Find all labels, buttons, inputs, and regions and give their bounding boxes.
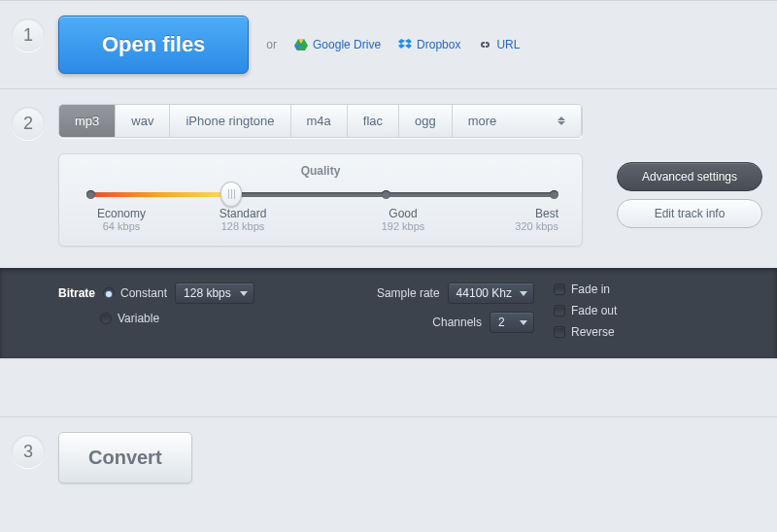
bitrate-label: Bitrate — [58, 286, 95, 300]
step-1-section: 1 Open files or Google Drive Dropbox URL — [0, 0, 777, 88]
link-icon — [478, 39, 491, 50]
step-badge-3: 3 — [12, 435, 45, 468]
step-2-section: 2 mp3 wav iPhone ringtone m4a flac ogg m… — [0, 88, 777, 268]
fade-in-label: Fade in — [571, 283, 610, 296]
quality-panel: Quality Economy64 kbps Standard128 kbps … — [58, 153, 583, 247]
bitrate-constant-label: Constant — [120, 286, 167, 300]
format-tabs: mp3 wav iPhone ringtone m4a flac ogg mor… — [58, 104, 583, 138]
url-link[interactable]: URL — [478, 38, 520, 51]
quality-label-best: Best — [481, 207, 558, 220]
bitrate-value: 128 kbps — [184, 286, 231, 300]
bitrate-variable-label: Variable — [118, 312, 159, 325]
advanced-settings-button[interactable]: Advanced settings — [617, 162, 762, 191]
fade-out-label: Fade out — [571, 304, 617, 317]
dropbox-label: Dropbox — [417, 38, 460, 51]
samplerate-select[interactable]: 44100 Khz — [448, 283, 534, 304]
tab-iphone-ringtone[interactable]: iPhone ringtone — [170, 105, 290, 137]
google-drive-label: Google Drive — [313, 38, 381, 51]
step-badge-2: 2 — [12, 107, 45, 140]
quality-rate-good: 192 kbps — [364, 220, 442, 232]
bitrate-constant-radio[interactable]: Constant — [103, 286, 167, 300]
step-badge-1: 1 — [12, 18, 45, 51]
tab-m4a[interactable]: m4a — [291, 105, 348, 137]
caret-down-icon — [240, 291, 248, 296]
fade-out-checkbox[interactable]: Fade out — [554, 304, 617, 317]
tab-ogg[interactable]: ogg — [399, 105, 453, 137]
channels-label: Channels — [432, 316, 482, 329]
chevron-updown-icon — [557, 116, 565, 125]
svg-marker-5 — [398, 44, 405, 49]
or-text: or — [266, 38, 277, 51]
quality-rate-standard: 128 kbps — [204, 220, 282, 232]
bitrate-select[interactable]: 128 kbps — [175, 283, 254, 304]
tab-more[interactable]: more — [453, 105, 582, 137]
quality-title: Quality — [83, 164, 558, 178]
quality-label-standard: Standard — [204, 207, 282, 220]
fade-in-checkbox[interactable]: Fade in — [554, 283, 610, 296]
tab-mp3[interactable]: mp3 — [59, 105, 116, 137]
google-drive-icon — [294, 39, 308, 50]
svg-marker-6 — [405, 44, 412, 49]
quality-rate-economy: 64 kbps — [83, 220, 160, 232]
samplerate-label: Sample rate — [377, 286, 440, 300]
tab-wav[interactable]: wav — [116, 105, 170, 137]
channels-value: 2 — [498, 316, 505, 329]
edit-track-info-button[interactable]: Edit track info — [617, 199, 762, 228]
open-files-button[interactable]: Open files — [58, 16, 249, 74]
step-3-section: 3 Convert — [0, 416, 777, 498]
tab-flac[interactable]: flac — [348, 105, 399, 137]
quality-label-economy: Economy — [83, 207, 160, 220]
quality-slider-labels: Economy64 kbps Standard128 kbps Good192 … — [83, 207, 558, 232]
google-drive-link[interactable]: Google Drive — [294, 38, 381, 51]
reverse-checkbox[interactable]: Reverse — [554, 325, 615, 339]
convert-button[interactable]: Convert — [58, 432, 192, 483]
advanced-panel: Bitrate Constant 128 kbps Variable Sampl… — [0, 268, 777, 358]
samplerate-value: 44100 Khz — [456, 286, 512, 300]
slider-handle[interactable] — [220, 182, 242, 207]
reverse-label: Reverse — [571, 325, 615, 339]
svg-marker-4 — [405, 39, 412, 44]
quality-label-good: Good — [364, 207, 442, 220]
bitrate-variable-radio[interactable]: Variable — [100, 312, 159, 325]
url-label: URL — [496, 38, 520, 51]
dropbox-icon — [398, 39, 412, 50]
channels-select[interactable]: 2 — [490, 312, 534, 333]
quality-rate-best: 320 kbps — [481, 220, 558, 232]
dropbox-link[interactable]: Dropbox — [398, 38, 460, 51]
caret-down-icon — [520, 291, 527, 296]
tab-more-label: more — [468, 114, 497, 128]
caret-down-icon — [520, 320, 527, 325]
quality-slider[interactable] — [86, 187, 555, 201]
svg-marker-3 — [398, 39, 405, 44]
